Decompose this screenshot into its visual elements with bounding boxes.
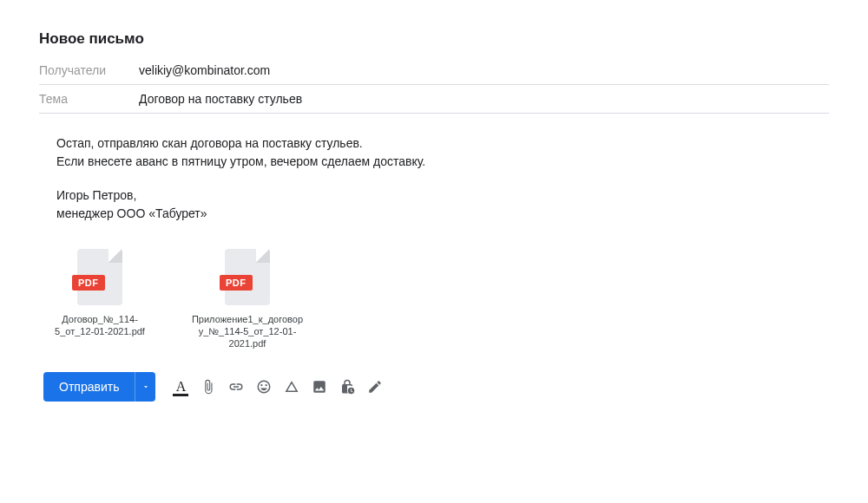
attachments-area: PDF Договор_№_114-5_от_12-01-2021.pdf PD… xyxy=(39,223,829,365)
recipients-label: Получатели xyxy=(39,63,139,77)
body-line: Остап, отправляю скан договора на постав… xyxy=(56,134,829,153)
confidential-mode-button[interactable] xyxy=(334,374,360,400)
body-line: Игорь Петров, xyxy=(56,186,829,205)
link-icon xyxy=(228,379,244,395)
drive-icon xyxy=(284,379,299,395)
chevron-down-icon xyxy=(141,382,150,391)
insert-photo-button[interactable] xyxy=(306,374,332,400)
pdf-badge: PDF xyxy=(220,275,253,291)
attachment-item[interactable]: PDF Договор_№_114-5_от_12-01-2021.pdf xyxy=(43,249,156,349)
attachment-item[interactable]: PDF Приложение1_к_договору_№_114-5_от_12… xyxy=(191,249,304,349)
pdf-file-icon: PDF xyxy=(225,249,270,305)
attach-file-button[interactable] xyxy=(195,374,221,400)
subject-row[interactable]: Тема xyxy=(39,85,829,114)
pdf-file-icon: PDF xyxy=(77,249,122,305)
recipients-input[interactable] xyxy=(139,63,829,77)
send-button[interactable]: Отправить xyxy=(43,372,135,402)
insert-drive-button[interactable] xyxy=(279,374,305,400)
lock-clock-icon xyxy=(339,379,355,395)
subject-input[interactable] xyxy=(139,92,829,106)
insert-link-button[interactable] xyxy=(223,374,249,400)
subject-label: Тема xyxy=(39,92,139,106)
compose-toolbar: Отправить A xyxy=(39,365,829,402)
attachment-filename: Приложение1_к_договору_№_114-5_от_12-01-… xyxy=(191,314,304,349)
compose-title: Новое письмо xyxy=(39,30,829,48)
pen-icon xyxy=(367,379,383,395)
send-options-button[interactable] xyxy=(135,372,155,402)
paperclip-icon xyxy=(201,379,216,395)
message-body[interactable]: Остап, отправляю скан договора на постав… xyxy=(39,114,829,223)
insert-emoji-button[interactable] xyxy=(251,374,277,400)
insert-signature-button[interactable] xyxy=(362,374,388,400)
emoji-icon xyxy=(256,379,272,395)
recipients-row[interactable]: Получатели xyxy=(39,56,829,85)
body-line: Если внесете аванс в пятницу утром, вече… xyxy=(56,153,829,171)
send-button-group: Отправить xyxy=(43,372,155,402)
compose-window: Новое письмо Получатели Тема Остап, отпр… xyxy=(0,0,868,402)
image-icon xyxy=(312,379,327,395)
body-line: менеджер ООО «Табурет» xyxy=(56,205,829,223)
pdf-badge: PDF xyxy=(72,275,105,291)
attachment-filename: Договор_№_114-5_от_12-01-2021.pdf xyxy=(43,314,156,338)
formatting-button[interactable]: A xyxy=(168,374,194,400)
